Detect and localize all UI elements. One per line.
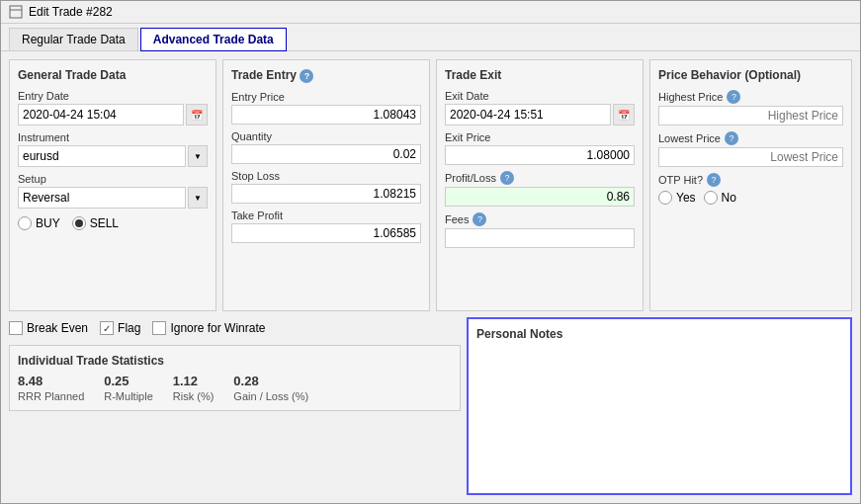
- stat-rrr-label: RRR Planned: [18, 390, 84, 402]
- fees-input[interactable]: [445, 228, 635, 248]
- otp-group: OTP Hit? ? Yes No: [658, 173, 843, 205]
- sell-radio[interactable]: SELL: [72, 216, 119, 230]
- lowest-price-input[interactable]: [658, 147, 843, 167]
- title-bar: Edit Trade #282: [1, 1, 860, 24]
- tab-advanced[interactable]: Advanced Trade Data: [140, 28, 287, 51]
- statistics-panel: Individual Trade Statistics 8.48 RRR Pla…: [9, 345, 461, 411]
- stat-rrr-value: 8.48: [18, 374, 84, 388]
- highest-price-input[interactable]: [658, 106, 843, 126]
- window-title: Edit Trade #282: [29, 5, 113, 19]
- entry-panel: Trade Entry ? Entry Price Quantity Stop …: [222, 59, 430, 311]
- tab-regular[interactable]: Regular Trade Data: [9, 28, 138, 50]
- otp-yes-circle: [658, 191, 672, 205]
- stat-risk: 1.12 Risk (%): [173, 374, 215, 402]
- price-behavior-title: Price Behavior (Optional): [658, 68, 843, 82]
- exit-price-input[interactable]: [445, 145, 635, 165]
- ignore-checkbox[interactable]: Ignore for Winrate: [152, 321, 265, 335]
- quantity-label: Quantity: [231, 130, 421, 142]
- setup-input[interactable]: [18, 187, 186, 209]
- fees-group: Fees ?: [445, 212, 635, 248]
- notes-textarea[interactable]: [476, 345, 842, 485]
- direction-group: BUY SELL: [18, 216, 208, 230]
- general-title: General Trade Data: [18, 68, 208, 82]
- profit-loss-input[interactable]: [445, 187, 635, 207]
- profit-loss-label: Profit/Loss ?: [445, 171, 635, 185]
- statistics-title: Individual Trade Statistics: [18, 354, 452, 368]
- top-row: General Trade Data Entry Date 📅 Instrume…: [9, 59, 852, 311]
- bottom-left: Break Even ✓ Flag Ignore for Winrate Ind…: [9, 317, 461, 495]
- stat-gain-loss-label: Gain / Loss (%): [233, 390, 308, 402]
- bottom-row: Break Even ✓ Flag Ignore for Winrate Ind…: [9, 317, 852, 495]
- otp-yes-radio[interactable]: Yes: [658, 191, 696, 205]
- main-window: Edit Trade #282 Regular Trade Data Advan…: [0, 0, 861, 504]
- entry-price-group: Entry Price: [231, 91, 421, 125]
- setup-select-wrapper: ▼: [18, 187, 208, 209]
- instrument-label: Instrument: [18, 131, 208, 143]
- otp-no-circle: [704, 191, 718, 205]
- statistics-row: 8.48 RRR Planned 0.25 R-Multiple 1.12 Ri…: [18, 374, 452, 402]
- instrument-input[interactable]: [18, 145, 186, 167]
- instrument-dropdown-btn[interactable]: ▼: [188, 145, 208, 167]
- checkboxes-row: Break Even ✓ Flag Ignore for Winrate: [9, 317, 461, 339]
- profit-loss-group: Profit/Loss ?: [445, 171, 635, 207]
- window-icon: [9, 5, 23, 19]
- stat-rmultiple-value: 0.25: [104, 374, 153, 388]
- buy-radio-circle: [18, 216, 32, 230]
- personal-notes-panel: Personal Notes: [467, 317, 852, 495]
- highest-price-label: Highest Price ?: [658, 90, 843, 104]
- stop-loss-input[interactable]: [231, 184, 421, 204]
- otp-yes-label: Yes: [676, 191, 696, 205]
- quantity-input[interactable]: [231, 144, 421, 164]
- ignore-label: Ignore for Winrate: [170, 321, 265, 335]
- highest-price-help-icon[interactable]: ?: [727, 90, 740, 104]
- entry-help-icon[interactable]: ?: [300, 69, 313, 83]
- lowest-price-label: Lowest Price ?: [658, 131, 843, 145]
- entry-date-group: Entry Date 📅: [18, 90, 208, 126]
- stop-loss-label: Stop Loss: [231, 170, 421, 182]
- exit-date-input[interactable]: [445, 104, 611, 126]
- stat-rmultiple: 0.25 R-Multiple: [104, 374, 153, 402]
- entry-title: Trade Entry ?: [231, 68, 421, 83]
- entry-date-input[interactable]: [18, 104, 184, 126]
- otp-no-label: No: [722, 191, 736, 205]
- exit-price-group: Exit Price: [445, 131, 635, 165]
- entry-date-label: Entry Date: [18, 90, 208, 102]
- break-even-checkbox[interactable]: Break Even: [9, 321, 88, 335]
- stat-gain-loss-value: 0.28: [233, 374, 308, 388]
- exit-price-label: Exit Price: [445, 131, 635, 143]
- setup-group: Setup ▼: [18, 173, 208, 209]
- break-even-label: Break Even: [27, 321, 88, 335]
- entry-price-input[interactable]: [231, 105, 421, 125]
- break-even-box: [9, 321, 23, 335]
- take-profit-input[interactable]: [231, 223, 421, 243]
- stat-risk-value: 1.12: [173, 374, 215, 388]
- profit-loss-help-icon[interactable]: ?: [500, 171, 514, 185]
- take-profit-label: Take Profit: [231, 210, 421, 221]
- ignore-box: [152, 321, 166, 335]
- price-behavior-panel: Price Behavior (Optional) Highest Price …: [649, 59, 852, 311]
- exit-date-group: Exit Date 📅: [445, 90, 635, 126]
- lowest-price-help-icon[interactable]: ?: [725, 131, 738, 145]
- otp-label: OTP Hit? ?: [658, 173, 843, 187]
- fees-help-icon[interactable]: ?: [473, 212, 486, 226]
- stat-rrr: 8.48 RRR Planned: [18, 374, 84, 402]
- tab-bar: Regular Trade Data Advanced Trade Data: [1, 24, 860, 51]
- setup-dropdown-btn[interactable]: ▼: [188, 187, 208, 209]
- buy-radio[interactable]: BUY: [18, 216, 60, 230]
- exit-date-input-row: 📅: [445, 104, 635, 126]
- flag-checkbox[interactable]: ✓ Flag: [100, 321, 140, 335]
- svg-rect-0: [10, 6, 22, 18]
- instrument-group: Instrument ▼: [18, 131, 208, 167]
- sell-radio-circle: [72, 216, 86, 230]
- exit-title: Trade Exit: [445, 68, 635, 82]
- stat-rmultiple-label: R-Multiple: [104, 390, 153, 402]
- stat-risk-label: Risk (%): [173, 390, 215, 402]
- setup-label: Setup: [18, 173, 208, 185]
- lowest-price-group: Lowest Price ?: [658, 131, 843, 167]
- entry-date-calendar-btn[interactable]: 📅: [186, 104, 208, 126]
- exit-date-calendar-btn[interactable]: 📅: [613, 104, 635, 126]
- highest-price-group: Highest Price ?: [658, 90, 843, 126]
- exit-panel: Trade Exit Exit Date 📅 Exit Price Profit…: [436, 59, 644, 311]
- otp-no-radio[interactable]: No: [704, 191, 736, 205]
- otp-help-icon[interactable]: ?: [707, 173, 721, 187]
